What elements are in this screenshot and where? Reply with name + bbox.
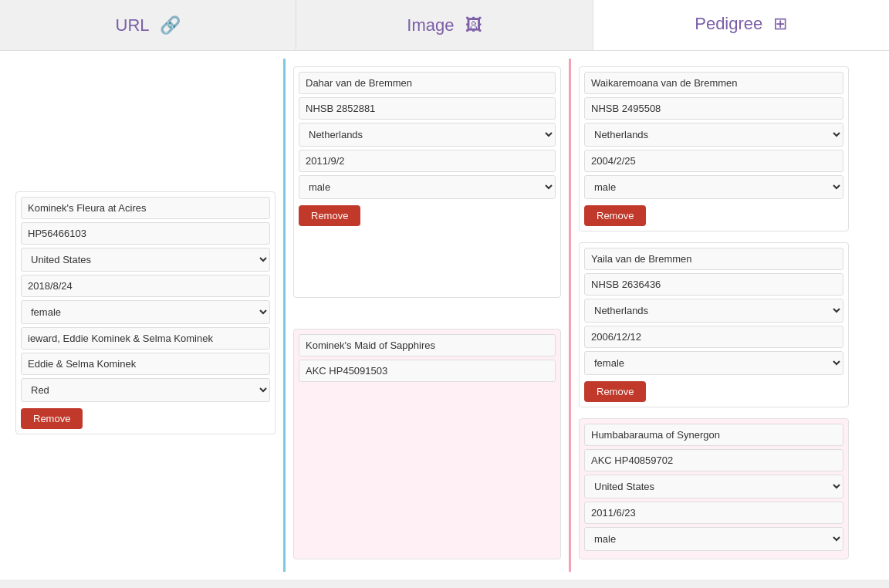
col1-sex-select[interactable]: female male xyxy=(21,300,270,324)
col3-1-sex-select[interactable]: male female xyxy=(584,175,843,199)
col3-1-dob-input[interactable] xyxy=(584,150,843,172)
tab-image[interactable]: Image 🖼 xyxy=(296,0,593,50)
col2-bottom-name-input[interactable] xyxy=(299,334,556,357)
col1-owner-input[interactable] xyxy=(21,353,270,375)
col-1: United States Netherlands Germany France… xyxy=(8,59,286,572)
col3-1-remove-button[interactable]: Remove xyxy=(584,205,646,226)
col2-top-country-select[interactable]: Netherlands United States Germany xyxy=(299,123,556,147)
col3-2-dob-input[interactable] xyxy=(584,326,843,348)
col3-1-country-select[interactable]: Netherlands United States xyxy=(584,123,843,147)
card-col3-1: Netherlands United States male female Re… xyxy=(579,66,849,231)
tab-pedigree[interactable]: Pedigree ⊞ xyxy=(593,0,889,50)
col-2: Netherlands United States Germany male f… xyxy=(286,59,571,572)
col3-1-reg-input[interactable] xyxy=(584,97,843,120)
col2-top-remove-button[interactable]: Remove xyxy=(299,205,360,226)
url-icon: 🔗 xyxy=(160,15,181,35)
tab-image-label: Image xyxy=(407,15,454,35)
col2-top-name-input[interactable] xyxy=(299,72,556,94)
pedigree-container: United States Netherlands Germany France… xyxy=(0,51,889,580)
col2-bottom-reg-input[interactable] xyxy=(299,360,556,382)
col3-3-sex-select[interactable]: male female xyxy=(584,527,843,551)
col2-top-sex-select[interactable]: male female xyxy=(299,175,556,199)
pedigree-grid: United States Netherlands Germany France… xyxy=(8,59,881,572)
image-icon: 🖼 xyxy=(465,15,482,35)
col1-reg-input[interactable] xyxy=(21,222,270,245)
card-col2-top: Netherlands United States Germany male f… xyxy=(293,66,561,298)
col3-2-reg-input[interactable] xyxy=(584,273,843,296)
col3-3-reg-input[interactable] xyxy=(584,449,843,471)
tab-url[interactable]: URL 🔗 xyxy=(0,0,296,50)
col-3: Netherlands United States male female Re… xyxy=(571,59,857,572)
col2-top-reg-input[interactable] xyxy=(299,97,556,120)
tab-url-label: URL xyxy=(116,15,149,35)
top-tabs: URL 🔗 Image 🖼 Pedigree ⊞ xyxy=(0,0,889,51)
col3-3-country-select[interactable]: United States Netherlands xyxy=(584,475,843,498)
col3-2-country-select[interactable]: Netherlands United States xyxy=(584,299,843,323)
col3-1-name-input[interactable] xyxy=(584,72,843,94)
col1-color-select[interactable]: Red Black Blue Cream xyxy=(21,378,270,402)
tab-pedigree-label: Pedigree xyxy=(695,14,762,33)
card-col3-3: United States Netherlands male female xyxy=(579,418,849,559)
pedigree-icon: ⊞ xyxy=(773,14,787,33)
col3-2-remove-button[interactable]: Remove xyxy=(584,381,646,402)
col1-name-input[interactable] xyxy=(21,197,270,219)
col2-top-dob-input[interactable] xyxy=(299,150,556,172)
col3-3-name-input[interactable] xyxy=(584,424,843,446)
col3-3-dob-input[interactable] xyxy=(584,502,843,524)
col3-2-sex-select[interactable]: female male xyxy=(584,351,843,375)
col1-remove-button[interactable]: Remove xyxy=(21,408,83,429)
col1-country-select[interactable]: United States Netherlands Germany France… xyxy=(21,248,270,272)
card-col2-bottom xyxy=(293,329,561,560)
col1-dob-input[interactable] xyxy=(21,275,270,297)
card-col3-2: Netherlands United States female male Re… xyxy=(579,242,849,407)
col1-breeder-input[interactable] xyxy=(21,327,270,350)
col3-2-name-input[interactable] xyxy=(584,248,843,270)
col-2-entries: Netherlands United States Germany male f… xyxy=(293,66,561,564)
card-col1: United States Netherlands Germany France… xyxy=(15,191,275,434)
